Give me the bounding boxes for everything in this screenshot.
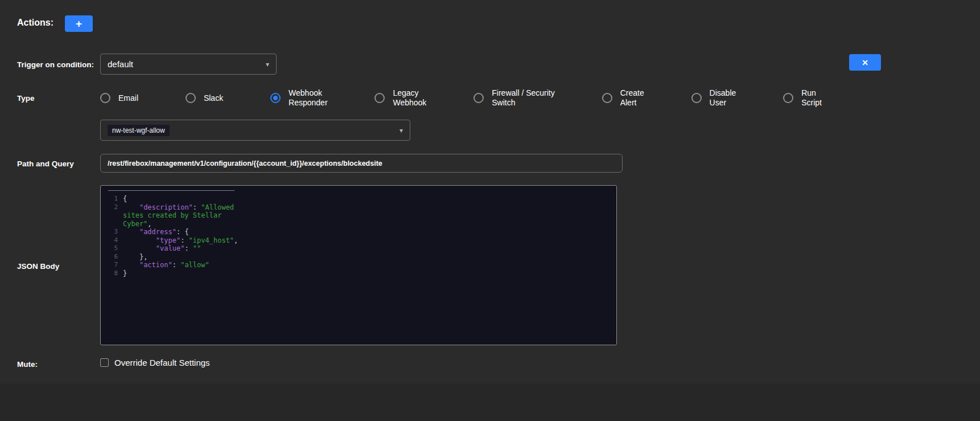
radio-icon: [374, 93, 385, 103]
add-action-button[interactable]: +: [65, 15, 93, 32]
radio-icon: [783, 93, 793, 103]
path-query-label: Path and Query: [17, 160, 74, 168]
responder-chip: nw-test-wgf-allow: [108, 125, 170, 136]
responder-select[interactable]: nw-test-wgf-allow ▾: [100, 120, 410, 141]
radio-icon: [270, 93, 281, 103]
json-body-editor[interactable]: 1{2 "description": "Allowed sites create…: [100, 185, 617, 345]
actions-panel: Actions: + Trigger on condition: default…: [0, 0, 980, 421]
type-radio-group: Email Slack Webhook Responder Legacy Web…: [100, 85, 822, 111]
chevron-down-icon: ▾: [266, 60, 269, 68]
json-body-code: 1{2 "description": "Allowed sites create…: [101, 186, 616, 277]
checkbox-icon: [100, 358, 109, 367]
type-option-legacy-webhook[interactable]: Legacy Webhook: [374, 85, 426, 111]
trigger-condition-value: default: [108, 59, 133, 69]
bottom-divider-strip: [0, 383, 980, 421]
path-query-input[interactable]: [100, 154, 623, 173]
type-option-disable-user[interactable]: Disable User: [691, 85, 736, 111]
type-option-email[interactable]: Email: [100, 85, 138, 111]
type-option-slack[interactable]: Slack: [186, 85, 223, 111]
radio-icon: [186, 93, 196, 103]
override-default-settings-label: Override Default Settings: [114, 358, 210, 367]
actions-header-label: Actions:: [17, 18, 53, 28]
radio-icon: [473, 93, 484, 103]
radio-icon: [602, 93, 612, 103]
trigger-condition-select[interactable]: default ▾: [100, 54, 277, 75]
type-label: Type: [17, 94, 35, 103]
radio-icon: [691, 93, 702, 103]
type-option-webhook-responder[interactable]: Webhook Responder: [270, 85, 328, 111]
trigger-condition-label: Trigger on condition:: [17, 60, 94, 69]
type-option-firewall-security-switch[interactable]: Firewall / Security Switch: [473, 85, 554, 111]
type-option-create-alert[interactable]: Create Alert: [602, 85, 644, 111]
editor-divider: [108, 190, 234, 191]
type-option-run-script[interactable]: Run Script: [783, 85, 822, 111]
chevron-down-icon: ▾: [400, 126, 403, 134]
override-default-settings-checkbox[interactable]: Override Default Settings: [100, 358, 210, 367]
json-body-label: JSON Body: [17, 262, 59, 271]
mute-label: Mute:: [17, 360, 38, 369]
remove-action-button[interactable]: ✕: [849, 54, 881, 71]
radio-icon: [100, 93, 110, 103]
